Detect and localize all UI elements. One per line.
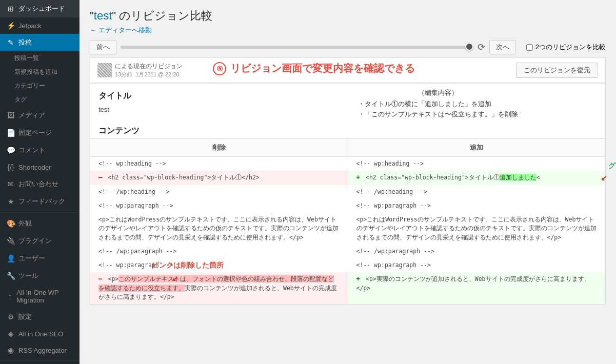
sidebar-item-media[interactable]: 🖼 メディア [0,107,80,124]
sidebar-item-settings[interactable]: ⚙ 設定 [0,308,80,326]
sidebar-item-label: プラグイン [18,236,52,246]
diff-content-section: コンテンツ [90,118,605,138]
posts-icon: ✎ [6,38,15,47]
divider1 [0,212,80,213]
sidebar-item-rss[interactable]: ◉ RSS Aggregator [0,342,80,358]
slider-thumb [465,43,473,51]
sidebar-item-label: コメント [18,146,45,155]
sidebar-item-label: 固定ページ [18,128,52,137]
sidebar-item-pages[interactable]: 📄 固定ページ [0,124,80,141]
revision-slider[interactable] [121,46,473,49]
sidebar-item-migration[interactable]: ↑ All-in-One WP Migration [0,285,80,308]
prev-revision-button[interactable]: 前へ [90,40,116,54]
table-row: – <p>このサンプルテキストは、フォントの選択や色の組み合わせ、段落の配置など… [90,272,605,304]
table-row: <!-- /wp:paragraph --> <!-- /wp:paragrap… [90,245,605,258]
tools-icon: 🔧 [6,272,15,280]
diff-cell-added: + <h2 class="wp-block-heading">タイトル①追加しま… [348,171,605,185]
diff-cell: <!-- wp:heading --> [90,157,348,171]
page-title: "test" のリビジョン比較 [90,8,606,24]
post-title-link[interactable]: test [94,9,112,22]
main-content: "test" のリビジョン比較 ← エディターへ移動 前へ ⟳ 次へ 2つのリビ… [80,0,616,364]
comments-icon: 💬 [6,146,15,154]
sidebar-item-posts-list[interactable]: 投稿一覧 [0,51,80,65]
sidebar-item-posts[interactable]: ✎ 投稿 [0,34,80,51]
plugins-icon: 🔌 [6,237,15,245]
divider2 [0,360,80,361]
sidebar: ⊞ ダッシュボード ⚡ Jetpack ✎ 投稿 投稿一覧 新規投稿を追加 カテ… [0,0,80,364]
diff-cell: <!-- wp:paragraph --> [348,258,605,272]
revision-info-bar: による現在のリビジョン 13分前 1月23日 @ 22:20 ⑤ リビジョン画面… [90,57,606,83]
revision-meta: による現在のリビジョン [115,62,183,71]
diff-cell-removed: – <h2 class="wp-block-heading">タイトル①</h2… [90,171,348,185]
table-row: <!-- wp:paragraph --> <!-- wp:paragraph … [90,199,605,213]
diff-title-section: タイトル [90,84,605,104]
settings-icon: ⚙ [6,313,15,321]
editor-link[interactable]: ← エディターへ移動 [90,26,152,34]
sidebar-item-posts-new[interactable]: 新規投稿を追加 [0,65,80,79]
diff-cell: <p>これはWordPressのサンプルテキストです。ここに表示される内容は、W… [90,213,348,245]
compare-checkbox[interactable] [526,44,533,51]
feedback-icon: ★ [6,197,15,206]
sidebar-item-tags[interactable]: タグ [0,93,80,107]
sidebar-item-label: フィードバック [18,197,65,206]
seo-icon: ◈ [6,330,15,338]
sidebar-item-appearance[interactable]: 🎨 外観 [0,215,80,232]
dashboard-icon: ⊞ [6,5,15,13]
sidebar-item-label: All-in-One WP Migration [16,289,73,304]
sidebar-item-shortcoder[interactable]: {/} Shortcoder [0,159,80,175]
next-revision-button[interactable]: 次へ [489,40,516,54]
col-added: 追加 [348,139,605,157]
sidebar-item-label: ツール [18,271,38,280]
revision-time: 13分前 1月23日 @ 22:20 [115,71,183,78]
diff-title-value: test [90,104,605,118]
sidebar-item-users[interactable]: 👤 ユーザー [0,250,80,267]
jetpack-icon: ⚡ [6,22,15,30]
sidebar-item-label: ダッシュボード [18,4,65,13]
pages-icon: 📄 [6,129,15,137]
diff-cell: <!-- wp:paragraph --> [90,258,348,272]
sidebar-item-comments[interactable]: 💬 コメント [0,141,80,159]
col-removed: 削除 [90,139,348,157]
diff-cell: <!-- /wp:heading --> [348,185,605,199]
sidebar-item-label: All in One SEO [18,330,63,338]
sidebar-item-jetpack[interactable]: ⚡ Jetpack [0,17,80,34]
diff-cell: <!-- /wp:paragraph --> [90,245,348,258]
sidebar-item-dashboard[interactable]: ⊞ ダッシュボード [0,0,80,17]
sidebar-item-label: Jetpack [18,22,42,30]
sidebar-item-label: ユーザー [18,254,45,263]
sidebar-item-categories[interactable]: カテゴリー [0,79,80,93]
sidebar-item-feedback[interactable]: ★ フィードバック [0,193,80,210]
diff-container: （編集内容） ・タイトル①の横に「追加しました」を追加 ・「このサンプルテキスト… [90,83,606,305]
step5-annotation: ⑤ リビジョン画面で変更内容を確認できる [213,62,415,75]
restore-revision-button[interactable]: このリビジョンを復元 [516,63,598,78]
diff-cell: <!-- wp:heading --> [348,157,605,171]
sidebar-item-tools[interactable]: 🔧 ツール [0,267,80,285]
sidebar-item-label: お問い合わせ [18,179,58,189]
appearance-icon: 🎨 [6,219,15,228]
sidebar-item-seo[interactable]: ◈ All in One SEO [0,326,80,342]
compare-label: 2つのリビジョンを比較 [535,43,606,52]
diff-cell: <!-- /wp:paragraph --> [348,245,605,258]
diff-table: 削除 追加 <!-- wp:heading --> <!-- wp:headin… [90,138,605,304]
rss-icon: ◉ [6,346,15,354]
sidebar-item-plugins[interactable]: 🔌 プラグイン [0,232,80,250]
table-row: <!-- wp:paragraph --> <!-- wp:paragraph … [90,258,605,272]
step5-text: リビジョン画面で変更内容を確認できる [230,62,415,75]
diff-wrapper: タイトル test コンテンツ 削除 追加 <!-- wp:heading --… [90,83,606,305]
revision-author-label: による現在のリビジョン [115,63,183,70]
table-row: <!-- /wp:heading --> <!-- /wp:heading --… [90,185,605,199]
sidebar-item-label: Shortcoder [18,164,51,171]
slider-nav-icon[interactable]: ⟳ [478,42,485,53]
migration-icon: ↑ [6,292,13,300]
revision-author: による現在のリビジョン 13分前 1月23日 @ 22:20 [97,62,183,78]
sidebar-item-label: 外観 [18,219,32,228]
users-icon: 👤 [6,254,15,262]
diff-cell: <!-- /wp:heading --> [90,185,348,199]
red-arrow-right: ↙ [601,171,607,183]
sidebar-item-label: メディア [18,111,45,120]
media-icon: 🖼 [6,111,15,119]
sidebar-item-label: 設定 [18,312,32,321]
sidebar-item-contact[interactable]: ✉ お問い合わせ [0,175,80,193]
author-avatar [97,63,112,77]
sidebar-item-label: 投稿 [18,38,32,47]
